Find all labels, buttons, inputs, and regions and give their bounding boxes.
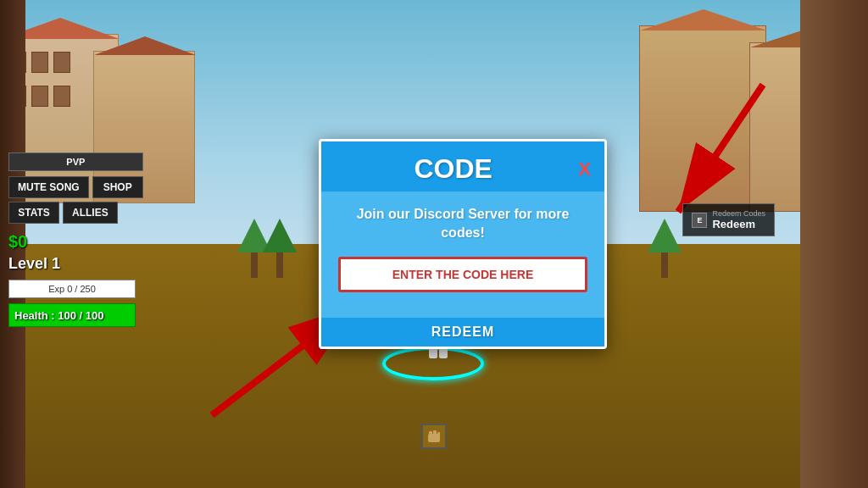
pillar-right — [800, 0, 868, 488]
window — [31, 52, 48, 73]
modal-title: CODE — [335, 153, 571, 185]
hud-left: PVP MUTE SONG SHOP STATS ALLIES $0 Level… — [8, 152, 143, 327]
fist-svg — [425, 427, 443, 446]
redeem-text-block: Redeem Codes Redeem — [712, 209, 765, 230]
hud-row-2: STATS ALLIES — [8, 202, 143, 224]
svg-rect-11 — [429, 431, 432, 436]
money-display: $0 — [8, 232, 143, 252]
redeem-big-label: Redeem — [712, 218, 765, 230]
tree-top — [648, 219, 682, 252]
roof-left-2 — [94, 36, 196, 55]
hud-row-1: MUTE SONG SHOP — [8, 176, 143, 198]
window — [53, 52, 70, 73]
shop-button[interactable]: SHOP — [92, 176, 143, 198]
modal-discord-text: Join our Discord Server for more codes! — [338, 205, 587, 243]
building-right-1 — [639, 25, 766, 212]
code-modal: CODE X Join our Discord Server for more … — [319, 139, 607, 349]
modal-body: Join our Discord Server for more codes! — [321, 191, 604, 318]
redeem-key-icon: E — [692, 213, 707, 228]
redeem-small-label: Redeem Codes — [712, 209, 765, 218]
roof-right-1 — [640, 9, 767, 30]
health-bar: Health : 100 / 100 — [8, 303, 136, 327]
window — [53, 86, 70, 107]
exp-bar: Exp 0 / 250 — [8, 280, 136, 298]
tree-trunk — [661, 252, 668, 278]
pvp-button[interactable]: PVP — [8, 152, 143, 171]
tree-trunk — [251, 252, 258, 278]
mute-song-button[interactable]: MUTE SONG — [8, 176, 89, 198]
game-background: PVP MUTE SONG SHOP STATS ALLIES $0 Level… — [0, 0, 868, 488]
modal-close-button[interactable]: X — [578, 158, 591, 180]
level-display: Level 1 — [8, 255, 143, 273]
fist-hotbar-icon — [421, 424, 447, 449]
svg-rect-13 — [437, 432, 440, 436]
stats-button[interactable]: STATS — [8, 202, 59, 224]
tree-2 — [263, 219, 297, 278]
modal-redeem-button[interactable]: REDEEM — [431, 324, 494, 340]
redeem-codes-button[interactable]: E Redeem Codes Redeem — [682, 203, 775, 236]
tree-top — [263, 219, 297, 252]
tree-3 — [648, 219, 682, 278]
modal-footer: REDEEM — [321, 318, 604, 347]
svg-rect-12 — [433, 430, 437, 436]
tree-trunk — [276, 252, 283, 278]
allies-button[interactable]: ALLIES — [63, 202, 118, 224]
code-input[interactable] — [338, 257, 587, 292]
window — [31, 86, 48, 107]
modal-header: CODE X — [321, 141, 604, 191]
